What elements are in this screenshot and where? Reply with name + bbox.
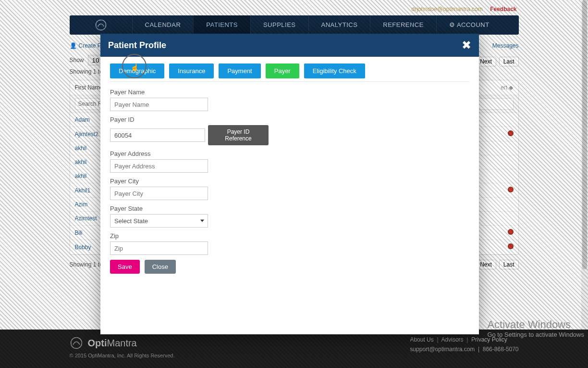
patient-profile-modal: Patient Profile ✖ Demographic Insurance …	[100, 34, 479, 334]
payer-address-input[interactable]	[110, 159, 208, 173]
col-first-name[interactable]: First Name	[75, 84, 103, 91]
alert-icon	[508, 187, 514, 194]
viewport-scrollbar[interactable]	[581, 0, 588, 368]
pager-last-bottom[interactable]: Last	[499, 260, 519, 269]
payer-name-input[interactable]	[110, 98, 208, 111]
nav-supplies[interactable]: SUPPLIES	[250, 15, 308, 35]
user-email[interactable]: drjohndoe@optimantra.com	[412, 6, 483, 13]
payer-id-label: Payer ID	[110, 116, 269, 123]
save-button[interactable]: Save	[110, 260, 140, 274]
tab-insurance[interactable]: Insurance	[169, 63, 214, 78]
footer-support-email[interactable]: support@optimantra.com	[410, 346, 475, 353]
payer-state-select[interactable]: Select State	[110, 214, 208, 228]
payer-name-label: Payer Name	[110, 89, 269, 96]
footer-advisors[interactable]: Advisors	[441, 336, 464, 343]
patient-name: akhil	[75, 145, 87, 152]
messages-link[interactable]: Messages	[492, 42, 519, 49]
nav-account[interactable]: ACCOUNT	[436, 15, 502, 35]
patient-name: Akhil1	[75, 187, 91, 194]
patient-name: Azimtest	[75, 215, 97, 222]
show-label: Show	[70, 57, 84, 63]
top-links: drjohndoe@optimantra.com Feedback	[70, 0, 519, 15]
payer-city-input[interactable]	[110, 187, 208, 200]
nav-patients[interactable]: PATIENTS	[193, 15, 250, 35]
footer-privacy[interactable]: Privacy Policy	[471, 336, 507, 343]
patient-name: akhil	[75, 173, 87, 179]
tab-payer[interactable]: Payer	[266, 63, 299, 78]
nav-analytics[interactable]: ANALYTICS	[308, 15, 370, 35]
tab-eligibility-check[interactable]: Eligibility Check	[304, 63, 365, 78]
footer-logo-icon	[70, 336, 83, 350]
nav-calendar[interactable]: CALENDAR	[132, 15, 194, 35]
zip-input[interactable]	[110, 241, 208, 255]
patient-name: Adam	[75, 116, 90, 123]
payer-id-input[interactable]	[110, 128, 205, 142]
payer-id-reference-button[interactable]: Payer ID Reference	[208, 125, 269, 145]
feedback-link[interactable]: Feedback	[490, 6, 516, 13]
payer-address-label: Payer Address	[110, 150, 269, 157]
logo-icon	[95, 19, 107, 31]
nav-reference[interactable]: REFERENCE	[370, 15, 436, 35]
col-alert[interactable]: ert ◆	[501, 84, 513, 91]
modal-tabs: Demographic Insurance Payment Payer Elig…	[110, 63, 469, 82]
footer-about[interactable]: About Us	[410, 336, 433, 343]
tab-demographic[interactable]: Demographic	[110, 63, 164, 78]
payer-city-label: Payer City	[110, 178, 269, 185]
patient-name: akhil	[75, 159, 87, 165]
alert-icon	[508, 229, 514, 236]
patient-name: Bili	[75, 229, 83, 236]
footer: OptiMantra © 2015 OptiMantra, Inc. All R…	[0, 330, 588, 368]
footer-support-phone: 866-868-5070	[483, 346, 519, 353]
alert-icon	[508, 130, 514, 138]
zip-label: Zip	[110, 232, 269, 240]
footer-copyright: © 2015 OptiMantra, Inc. All Rights Reser…	[70, 353, 175, 358]
alert-icon	[508, 243, 514, 251]
modal-close-button[interactable]: ✖	[462, 39, 471, 51]
main-nav: CALENDAR PATIENTS SUPPLIES ANALYTICS REF…	[70, 15, 519, 35]
patient-name: Azim	[75, 201, 88, 208]
svg-point-0	[96, 20, 106, 30]
modal-header: Patient Profile ✖	[100, 34, 479, 57]
patient-name: Ajimtest2	[75, 131, 98, 138]
payer-form: Payer Name Payer ID Payer ID Reference P…	[110, 89, 269, 274]
footer-brand: OptiMantra	[70, 336, 175, 350]
patient-name: Bobby	[75, 244, 91, 251]
svg-point-1	[71, 338, 82, 349]
modal-title: Patient Profile	[108, 40, 166, 51]
pager-last-top[interactable]: Last	[499, 57, 519, 66]
user-plus-icon: 👤	[70, 42, 77, 49]
brand-logo[interactable]	[70, 15, 132, 35]
tab-payment[interactable]: Payment	[219, 63, 260, 78]
close-button[interactable]: Close	[145, 260, 176, 274]
payer-state-label: Payer State	[110, 205, 269, 212]
